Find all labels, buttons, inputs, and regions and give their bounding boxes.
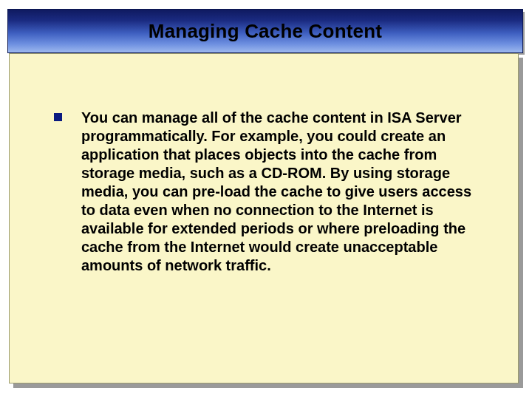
slide: Managing Cache Content You can manage al… bbox=[0, 0, 532, 399]
bullet-item: You can manage all of the cache content … bbox=[54, 109, 490, 275]
square-bullet-icon bbox=[54, 113, 62, 121]
slide-title: Managing Cache Content bbox=[149, 20, 382, 43]
body-box: You can manage all of the cache content … bbox=[9, 53, 519, 383]
bullet-text: You can manage all of the cache content … bbox=[81, 109, 473, 275]
title-bar: Managing Cache Content bbox=[7, 9, 523, 53]
